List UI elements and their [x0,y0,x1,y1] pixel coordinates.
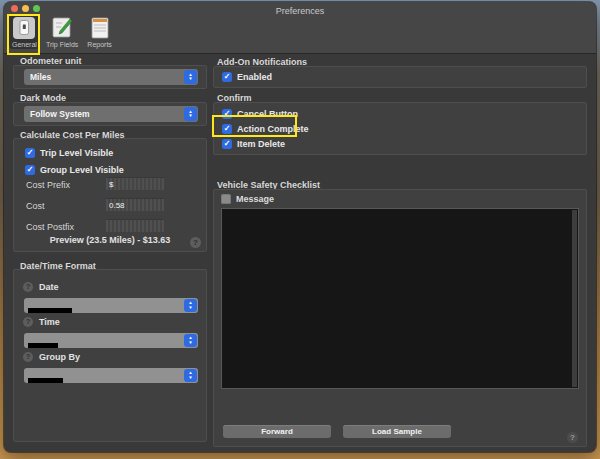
redacted-value [28,378,63,384]
redacted-value [28,308,72,314]
time-help-icon[interactable]: ? [23,317,33,327]
message-label: Message [236,194,274,204]
checklist-message-textarea[interactable] [221,208,579,389]
date-help-icon[interactable]: ? [23,282,33,292]
titlebar[interactable]: Preferences General Trip Fields Reports [4,2,596,54]
group-by-select[interactable]: ▲▼ [24,368,198,383]
trip-level-visible-label: Trip Level Visible [40,148,113,158]
dark-mode-value: Follow System [24,109,184,119]
datetime-format-group: ? Date ▲▼ ? Time ▲▼ ? Group By ▲▼ [13,269,207,442]
message-row: Message [221,194,274,204]
cost-value: 0.58 [109,201,125,210]
dark-mode-select[interactable]: Follow System ▲▼ [24,106,198,122]
odometer-unit-value: Miles [24,72,184,82]
time-row: ? Time [23,317,60,327]
addon-notifications-group: ✓ Enabled [213,66,587,88]
trip-level-visible-row: ✓ Trip Level Visible [25,148,113,158]
group-by-help-icon[interactable]: ? [23,352,33,362]
date-label: Date [39,282,59,292]
dark-mode-group: Follow System ▲▼ [13,102,207,126]
enabled-checkbox[interactable]: ✓ [222,72,232,82]
group-by-label: Group By [39,352,80,362]
trip-fields-icon [50,16,74,40]
popup-stepper-icon: ▲▼ [184,107,197,121]
trip-level-visible-checkbox[interactable]: ✓ [25,148,35,158]
reports-icon [88,16,112,40]
vehicle-safety-checklist-group: Message Forward Load Sample ? [213,189,587,447]
cost-field[interactable]: 0.58 [106,198,164,211]
odometer-unit-group: Miles ▲▼ [13,65,207,89]
item-delete-row: ✓ Item Delete [222,139,285,149]
toolbar-label-reports: Reports [87,41,112,48]
enabled-label: Enabled [237,72,272,82]
load-sample-button[interactable]: Load Sample [343,425,451,438]
cost-postfix-label: Cost Postfix [26,222,74,232]
cost-prefix-label: Cost Prefix [26,180,70,190]
calculate-cost-help-button[interactable]: ? [190,237,201,248]
time-format-select[interactable]: ▲▼ [24,333,198,348]
popup-stepper-icon: ▲▼ [184,299,197,312]
cost-label: Cost [26,201,45,211]
redacted-value [28,343,58,349]
checklist-help-button[interactable]: ? [567,432,578,443]
date-format-select[interactable]: ▲▼ [24,298,198,313]
toolbar-item-reports[interactable]: Reports [84,15,115,49]
textarea-scrollbar[interactable] [572,210,577,387]
calculate-cost-group: ✓ Trip Level Visible ✓ Group Level Visib… [13,138,207,252]
popup-stepper-icon: ▲▼ [184,334,197,347]
toolbar-label-trip-fields: Trip Fields [46,41,78,48]
forward-button[interactable]: Forward [223,425,331,438]
message-checkbox[interactable] [221,194,231,204]
cost-prefix-value: $ [109,180,113,189]
popup-stepper-icon: ▲▼ [184,70,197,84]
date-row: ? Date [23,282,59,292]
item-delete-label: Item Delete [237,139,285,149]
group-level-visible-row: ✓ Group Level Visible [25,165,124,175]
group-level-visible-label: Group Level Visible [40,165,124,175]
annotation-highlight-general [7,14,40,55]
group-level-visible-checkbox[interactable]: ✓ [25,165,35,175]
popup-stepper-icon: ▲▼ [184,369,197,382]
odometer-unit-select[interactable]: Miles ▲▼ [24,69,198,85]
enabled-row: ✓ Enabled [222,72,272,82]
cost-preview-text: Preview (23.5 Miles) - $13.63 [14,235,206,245]
cost-prefix-field[interactable]: $ [106,177,164,190]
time-label: Time [39,317,60,327]
annotation-highlight-action-complete [212,115,297,137]
preferences-window: Preferences General Trip Fields Reports [4,2,596,452]
group-by-row: ? Group By [23,352,80,362]
toolbar-item-trip-fields[interactable]: Trip Fields [43,15,81,49]
item-delete-checkbox[interactable]: ✓ [222,139,232,149]
cost-postfix-field[interactable] [106,219,164,232]
